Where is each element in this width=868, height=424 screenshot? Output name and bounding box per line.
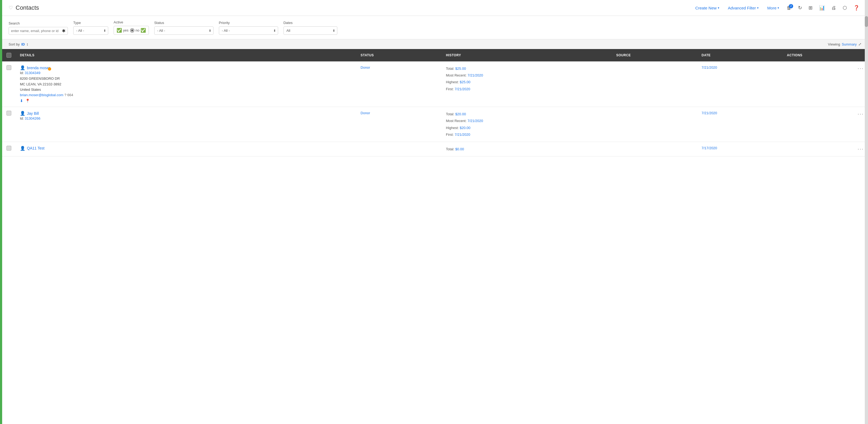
help-button[interactable]: ❓ (851, 3, 862, 12)
contact-id-line: Id: 31304266 (20, 116, 352, 121)
viewing-info: Viewing Summary ⤢ (828, 42, 862, 46)
contact-name-link[interactable]: brenda moser (27, 66, 50, 70)
grid-view-button[interactable]: ⊞ (806, 3, 815, 12)
history-total: Total: $25.00 (446, 65, 608, 72)
active-yes-checkbox[interactable]: ✅ yes (117, 28, 128, 33)
create-new-button[interactable]: Create New ▾ (692, 4, 722, 12)
priority-filter-group: Priority - All - (219, 21, 278, 35)
actions-menu-button[interactable]: ··· (858, 146, 864, 152)
stack-button[interactable]: ⬡ (841, 3, 849, 12)
type-select-wrapper: - All - (73, 26, 108, 35)
row-checkbox[interactable] (6, 111, 11, 116)
print-button[interactable]: 🖨 (829, 3, 838, 12)
select-all-header[interactable] (2, 49, 16, 61)
contact-question: ? 664 (64, 93, 73, 97)
status-select-wrapper: - All - (154, 26, 214, 35)
row-checkbox[interactable] (6, 146, 11, 151)
contact-action-icons: ⬇ 📍 (20, 99, 352, 103)
status-select[interactable]: - All - (154, 26, 214, 35)
contact-date: 7/17/2020 (702, 146, 717, 150)
check-no-circle-icon (130, 28, 134, 33)
download-icon[interactable]: ⬇ (20, 99, 23, 103)
contact-email-line: brian.moser@bisglobal.com ? 664 (20, 93, 352, 97)
table-header-row: DETAILS STATUS HISTORY SOURCE DATE ACTIO… (2, 49, 868, 61)
contact-actions-cell[interactable]: ··· (783, 61, 868, 107)
row-checkbox[interactable] (6, 65, 11, 70)
active-yes-label: yes (123, 28, 128, 32)
scrollbar-thumb[interactable] (865, 16, 868, 27)
search-label: Search (9, 21, 68, 25)
row-checkbox-cell[interactable] (2, 107, 16, 142)
more-chevron-icon: ▾ (778, 6, 779, 10)
filters-bar: Search ✱ Type - All - Active ✅ (2, 16, 868, 39)
dates-select-wrapper: All (283, 26, 337, 35)
contact-status[interactable]: Donor (361, 65, 370, 69)
left-accent-bar (0, 0, 2, 424)
priority-label: Priority (219, 21, 278, 25)
grid-icon: ⊞ (808, 5, 812, 10)
sort-direction-icon[interactable]: ↕ (26, 42, 28, 46)
contact-history-cell: Total: $0.00 (441, 142, 612, 156)
contact-source-cell (612, 61, 697, 107)
dates-select[interactable]: All (283, 26, 337, 35)
header-checkbox[interactable] (6, 53, 11, 58)
actions-menu-button[interactable]: ··· (858, 111, 864, 117)
row-checkbox-cell[interactable] (2, 142, 16, 156)
contact-id-link[interactable]: 31304349 (25, 71, 40, 75)
check-yes-icon: ✅ (117, 28, 122, 33)
contact-details-cell: 👤 Jay Bill Id: 31304266 (16, 107, 356, 142)
contact-details-cell: 👤 brenda moser Id: 31304349 (16, 61, 356, 107)
contact-country: United States (20, 87, 352, 93)
contact-email-link[interactable]: brian.moser@bisglobal.com (20, 93, 63, 97)
contact-date: 7/21/2020 (702, 65, 717, 69)
search-filter-group: Search ✱ (9, 21, 68, 35)
col-header-history: HISTORY (441, 49, 612, 61)
active-filter-group: Active ✅ yes no ✅ (114, 20, 149, 35)
actions-menu-button[interactable]: ··· (858, 65, 864, 71)
check-no-inner (131, 29, 133, 32)
advanced-filter-button[interactable]: Advanced Filter ▾ (725, 4, 762, 12)
history-recent: Most Recent: 7/21/2020 (446, 117, 608, 124)
contact-name-link[interactable]: QA11 Test (27, 146, 44, 150)
asterisk-icon: ✱ (62, 28, 65, 33)
sort-info: Sort by ID ↕ (9, 42, 28, 46)
location-icon[interactable]: 📍 (25, 99, 30, 103)
history-first: First: 7/21/2020 (446, 86, 608, 92)
refresh-button[interactable]: ↻ (796, 3, 804, 12)
active-no-label: no (135, 28, 139, 32)
active-label: Active (114, 20, 149, 24)
more-button[interactable]: More ▾ (764, 4, 782, 12)
search-input-wrapper: ✱ (9, 27, 68, 35)
active-checkboxes: ✅ yes no ✅ (114, 26, 149, 35)
col-header-date: DATE (697, 49, 783, 61)
priority-select[interactable]: - All - (219, 26, 278, 35)
expand-icon[interactable]: ⤢ (858, 42, 862, 46)
contact-history-cell: Total: $25.00 Most Recent: 7/21/2020 Hig… (441, 61, 612, 107)
type-label: Type (73, 21, 108, 25)
row-checkbox-cell[interactable] (2, 61, 16, 107)
contact-actions-cell[interactable]: ··· (783, 142, 868, 156)
person-icon: 👤 (20, 146, 25, 151)
search-input[interactable] (11, 29, 62, 33)
active-no-checkbox[interactable]: no ✅ (130, 28, 146, 33)
viewing-summary-link[interactable]: Summary (842, 42, 857, 46)
delete-button[interactable]: 🗑 2 (784, 3, 794, 12)
status-label: Status (154, 21, 214, 25)
sort-id-label[interactable]: ID (21, 42, 25, 46)
type-filter-group: Type - All - (73, 21, 108, 35)
page-header: ♡ Contacts Create New ▾ Advanced Filter … (2, 0, 868, 16)
contact-source-cell (612, 107, 697, 142)
contact-id-link[interactable]: 31304266 (25, 116, 40, 120)
type-select[interactable]: - All - (73, 26, 108, 35)
contacts-table-container: DETAILS STATUS HISTORY SOURCE DATE ACTIO… (2, 49, 868, 424)
chart-button[interactable]: 📊 (817, 3, 827, 12)
delete-badge: 2 (789, 4, 793, 8)
status-filter-group: Status - All - (154, 21, 214, 35)
create-new-chevron-icon: ▾ (718, 6, 719, 10)
contact-status[interactable]: Donor (361, 111, 370, 115)
contact-actions-cell[interactable]: ··· (783, 107, 868, 142)
scrollbar-track[interactable] (865, 0, 868, 424)
orange-dot-badge (48, 67, 51, 70)
contact-name-link[interactable]: Jay Bill (27, 111, 39, 116)
contact-id-line: Id: 31304349 (20, 70, 352, 76)
